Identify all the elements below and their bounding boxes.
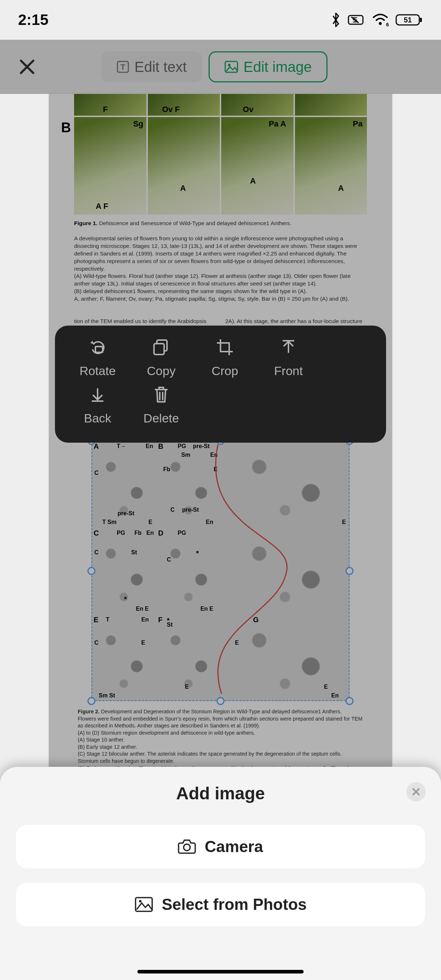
context-front[interactable]: Front bbox=[256, 338, 320, 378]
svg-rect-12 bbox=[154, 344, 164, 355]
battery-icon: 51 bbox=[395, 13, 423, 26]
bluetooth-icon bbox=[330, 12, 341, 28]
svg-point-1 bbox=[379, 22, 382, 25]
selection-outline bbox=[91, 441, 350, 701]
status-icons: 6 51 bbox=[330, 12, 423, 28]
close-button[interactable] bbox=[14, 54, 40, 80]
svg-point-17 bbox=[139, 900, 141, 903]
camera-label: Camera bbox=[205, 838, 263, 856]
photos-label: Select from Photos bbox=[162, 896, 307, 913]
context-delete[interactable]: Delete bbox=[129, 385, 193, 425]
sheet-title: Add image bbox=[0, 783, 441, 803]
photos-icon bbox=[134, 897, 153, 912]
wifi-icon: 6 bbox=[372, 13, 389, 27]
image-icon bbox=[224, 60, 239, 73]
edit-image-label: Edit image bbox=[244, 59, 312, 75]
resize-handle-mr[interactable] bbox=[345, 567, 353, 575]
sheet-option-camera[interactable]: Camera bbox=[16, 825, 425, 868]
camera-icon bbox=[178, 839, 196, 854]
close-icon bbox=[411, 787, 421, 796]
send-back-icon bbox=[88, 385, 107, 404]
close-icon bbox=[18, 58, 36, 76]
edit-image-button[interactable]: Edit image bbox=[209, 51, 328, 83]
selected-image[interactable]: AT→EnCpre-StT SmE BPGpre-StSmEnFbECpre-S… bbox=[91, 441, 350, 701]
text-icon: T bbox=[116, 60, 129, 73]
status-bar: 2:15 6 51 bbox=[0, 0, 441, 40]
svg-point-9 bbox=[228, 64, 230, 67]
svg-point-15 bbox=[184, 844, 190, 851]
edit-mode-toggle: T Edit text Edit image bbox=[101, 51, 328, 83]
figure1-row-b-label: B bbox=[61, 120, 71, 135]
edit-text-label: Edit text bbox=[134, 59, 187, 75]
crop-icon bbox=[215, 338, 234, 357]
status-time: 2:15 bbox=[18, 11, 48, 29]
editor-toolbar: T Edit text Edit image bbox=[0, 40, 441, 94]
resize-handle-bl[interactable] bbox=[88, 697, 96, 705]
figure1-caption: Figure 1. Dehiscence and Senescence of W… bbox=[74, 220, 367, 303]
copy-icon bbox=[152, 338, 170, 357]
resize-handle-bm[interactable] bbox=[217, 697, 224, 705]
rotate-icon bbox=[88, 338, 107, 357]
add-image-sheet: Add image Camera Select from Photos bbox=[0, 767, 441, 980]
svg-text:T: T bbox=[120, 62, 126, 72]
context-crop[interactable]: Crop bbox=[193, 338, 256, 378]
bring-front-icon bbox=[279, 338, 298, 357]
resize-handle-ml[interactable] bbox=[88, 567, 96, 575]
edit-text-button[interactable]: T Edit text bbox=[101, 51, 202, 83]
context-rotate[interactable]: Rotate bbox=[66, 338, 129, 378]
battery-saver-icon bbox=[348, 13, 365, 26]
context-back[interactable]: Back bbox=[66, 385, 129, 425]
svg-rect-4 bbox=[420, 18, 422, 22]
context-copy[interactable]: Copy bbox=[129, 338, 193, 378]
svg-rect-16 bbox=[135, 897, 152, 912]
svg-text:6: 6 bbox=[386, 22, 389, 27]
delete-icon bbox=[152, 385, 170, 404]
sheet-close-button[interactable] bbox=[406, 782, 426, 802]
svg-text:51: 51 bbox=[404, 16, 412, 24]
resize-handle-br[interactable] bbox=[345, 697, 353, 705]
image-context-menu: Rotate Copy Crop Front Back Delete bbox=[55, 326, 386, 443]
sheet-option-photos[interactable]: Select from Photos bbox=[16, 883, 425, 926]
home-indicator[interactable] bbox=[137, 970, 304, 974]
